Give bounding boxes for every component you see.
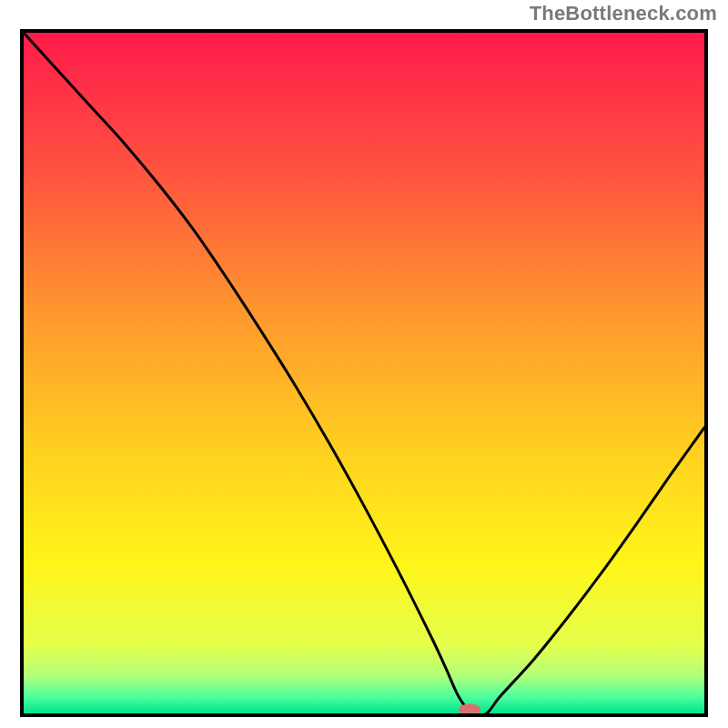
chart-frame: TheBottleneck.com [0, 0, 728, 728]
plot-area [20, 29, 708, 717]
chart-svg [24, 33, 704, 713]
gradient-background [24, 33, 704, 713]
watermark-text: TheBottleneck.com [530, 2, 717, 25]
